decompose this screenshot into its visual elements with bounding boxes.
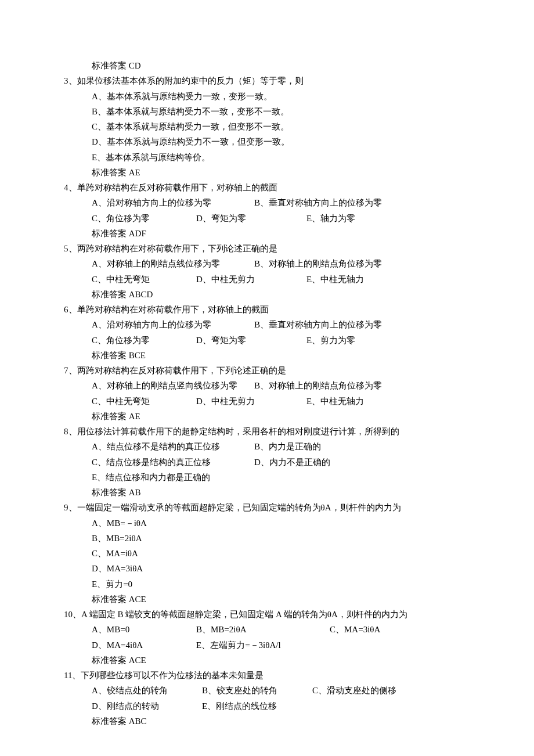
q9-opt-d: D、MA=3iθA	[64, 561, 470, 576]
q7-opt-e: E、中柱无轴力	[306, 394, 364, 409]
q7-opt-d: D、中柱无剪力	[196, 394, 306, 409]
q5-opt-a: A、对称轴上的刚结点线位移为零	[92, 256, 254, 271]
q6-opt-b: B、垂直对称轴方向上的位移为零	[254, 317, 382, 332]
q7-opt-a: A、对称轴上的刚结点竖向线位移为零	[92, 378, 254, 393]
q7-stem: 7、两跨对称结构在反对称荷载作用下，下列论述正确的是	[64, 363, 470, 378]
q11-opt-d: D、刚结点的转动	[92, 699, 202, 714]
q8-opt-c: C、结点位移是结构的真正位移	[92, 455, 254, 470]
q11-opt-a: A、铰结点处的转角	[92, 683, 202, 698]
q3-stem: 3、如果位移法基本体系的附加约束中的反力（矩）等于零，则	[64, 73, 470, 88]
q4-opt-c: C、角位移为零	[92, 211, 196, 226]
q5-stem: 5、两跨对称结构在对称荷载作用下，下列论述正确的是	[64, 241, 470, 256]
q11-opt-b: B、铰支座处的转角	[202, 683, 312, 698]
q9-opt-e: E、剪力=0	[64, 577, 470, 592]
q4-opt-d: D、弯矩为零	[196, 211, 306, 226]
q8-stem: 8、用位移法计算荷载作用下的超静定结构时，采用各杆的相对刚度进行计算，所得到的	[64, 424, 470, 439]
q3-opt-b: B、基本体系就与原结构受力不一致，变形不一致。	[64, 104, 470, 119]
q10-opt-d: D、MA=4iθA	[92, 638, 196, 653]
q8-row1: A、结点位移不是结构的真正位移 B、内力是正确的	[64, 439, 470, 454]
q7-row1: A、对称轴上的刚结点竖向线位移为零 B、对称轴上的刚结点角位移为零	[64, 378, 470, 393]
q11-answer: 标准答案 ABC	[64, 714, 470, 729]
q8-opt-b: B、内力是正确的	[254, 439, 321, 454]
q10-opt-b: B、MB=2iθA	[196, 622, 330, 637]
q4-opt-e: E、轴力为零	[306, 211, 355, 226]
q5-opt-b: B、对称轴上的刚结点角位移为零	[254, 256, 382, 271]
q11-opt-c: C、滑动支座处的侧移	[312, 683, 396, 698]
q3-answer: 标准答案 AE	[64, 165, 470, 180]
q6-row2: C、角位移为零 D、弯矩为零 E、剪力为零	[64, 333, 470, 348]
q9-opt-b: B、MB=2iθA	[64, 531, 470, 546]
q4-row1: A、沿对称轴方向上的位移为零 B、垂直对称轴方向上的位移为零	[64, 195, 470, 210]
q6-stem: 6、单跨对称结构在对称荷载作用下，对称轴上的截面	[64, 302, 470, 317]
q4-stem: 4、单跨对称结构在反对称荷载作用下，对称轴上的截面	[64, 180, 470, 195]
q9-answer: 标准答案 ACE	[64, 592, 470, 607]
q5-row2: C、中柱无弯矩 D、中柱无剪力 E、中柱无轴力	[64, 272, 470, 287]
q10-opt-c: C、MA=3iθA	[330, 622, 380, 637]
q7-opt-b: B、对称轴上的刚结点角位移为零	[254, 378, 382, 393]
q9-stem: 9、一端固定一端滑动支承的等截面超静定梁，已知固定端的转角为θA，则杆件的内力为	[64, 500, 470, 515]
q10-answer: 标准答案 ACE	[64, 653, 470, 668]
q5-opt-e: E、中柱无轴力	[306, 272, 364, 287]
q7-answer: 标准答案 AE	[64, 409, 470, 424]
q6-opt-c: C、角位移为零	[92, 333, 196, 348]
q4-row2: C、角位移为零 D、弯矩为零 E、轴力为零	[64, 211, 470, 226]
q6-opt-e: E、剪力为零	[306, 333, 355, 348]
q8-row2: C、结点位移是结构的真正位移 D、内力不是正确的	[64, 455, 470, 470]
q10-stem: 10、A 端固定 B 端铰支的等截面超静定梁，已知固定端 A 端的转角为θA，则…	[64, 607, 470, 622]
q10-opt-a: A、MB=0	[92, 622, 196, 637]
q5-opt-d: D、中柱无剪力	[196, 272, 306, 287]
q10-opt-e: E、左端剪力=－3iθA/l	[196, 638, 281, 653]
q9-opt-c: C、MA=iθA	[64, 546, 470, 561]
q4-opt-a: A、沿对称轴方向上的位移为零	[92, 195, 254, 210]
q8-opt-e: E、结点位移和内力都是正确的	[92, 470, 210, 485]
q10-row1: A、MB=0 B、MB=2iθA C、MA=3iθA	[64, 622, 470, 637]
q3-opt-d: D、基本体系就与原结构受力不一致，但变形一致。	[64, 134, 470, 149]
q5-opt-c: C、中柱无弯矩	[92, 272, 196, 287]
q11-opt-e: E、刚结点的线位移	[202, 699, 277, 714]
q5-answer: 标准答案 ABCD	[64, 287, 470, 302]
q3-opt-e: E、基本体系就与原结构等价。	[64, 150, 470, 165]
q3-opt-a: A、基本体系就与原结构受力一致，变形一致。	[64, 89, 470, 104]
q11-row1: A、铰结点处的转角 B、铰支座处的转角 C、滑动支座处的侧移	[64, 683, 470, 698]
q4-answer: 标准答案 ADF	[64, 226, 470, 241]
q10-row2: D、MA=4iθA E、左端剪力=－3iθA/l	[64, 638, 470, 653]
q3-opt-c: C、基本体系就与原结构受力一致，但变形不一致。	[64, 119, 470, 134]
q2-answer: 标准答案 CD	[64, 58, 470, 73]
q4-opt-b: B、垂直对称轴方向上的位移为零	[254, 195, 382, 210]
q6-opt-d: D、弯矩为零	[196, 333, 306, 348]
q8-answer: 标准答案 AB	[64, 485, 470, 500]
q8-opt-d: D、内力不是正确的	[254, 455, 330, 470]
q5-row1: A、对称轴上的刚结点线位移为零 B、对称轴上的刚结点角位移为零	[64, 256, 470, 271]
q7-opt-c: C、中柱无弯矩	[92, 394, 196, 409]
q11-row2: D、刚结点的转动 E、刚结点的线位移	[64, 699, 470, 714]
q6-row1: A、沿对称轴方向上的位移为零 B、垂直对称轴方向上的位移为零	[64, 317, 470, 332]
q11-stem: 11、下列哪些位移可以不作为位移法的基本未知量是	[64, 668, 470, 683]
q6-opt-a: A、沿对称轴方向上的位移为零	[92, 317, 254, 332]
q8-row3: E、结点位移和内力都是正确的	[64, 470, 470, 485]
q7-row2: C、中柱无弯矩 D、中柱无剪力 E、中柱无轴力	[64, 394, 470, 409]
q8-opt-a: A、结点位移不是结构的真正位移	[92, 439, 254, 454]
q6-answer: 标准答案 BCE	[64, 348, 470, 363]
q9-opt-a: A、MB=－iθA	[64, 516, 470, 531]
